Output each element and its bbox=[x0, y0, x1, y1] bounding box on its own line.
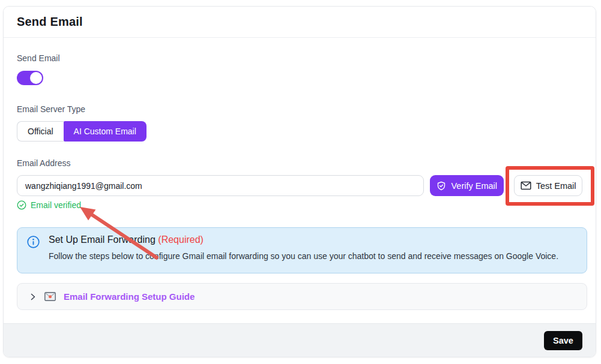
send-email-settings-page: Send Email Send Email Email Server Type … bbox=[0, 0, 601, 364]
save-button[interactable]: Save bbox=[544, 331, 582, 350]
email-emoji-icon bbox=[44, 292, 56, 301]
guide-expander-label: Email Forwarding Setup Guide bbox=[64, 291, 195, 302]
server-type-option-official[interactable]: Official bbox=[17, 121, 64, 142]
email-input-row: Verify Email Test Email bbox=[17, 175, 582, 196]
info-box-description: Follow the steps below to configure Gmai… bbox=[49, 251, 558, 262]
server-type-segmented-control: Official AI Custom Email bbox=[17, 121, 146, 142]
email-address-label: Email Address bbox=[17, 158, 582, 168]
send-email-toggle[interactable] bbox=[17, 71, 43, 85]
card-header: Send Email bbox=[4, 7, 596, 38]
info-box-content: Set Up Email Forwarding (Required) Follo… bbox=[49, 234, 558, 266]
test-email-button[interactable]: Test Email bbox=[514, 175, 582, 196]
send-email-toggle-label: Send Email bbox=[17, 53, 582, 63]
shield-check-icon bbox=[436, 181, 446, 191]
server-type-label: Email Server Type bbox=[17, 104, 582, 114]
page-title: Send Email bbox=[17, 15, 83, 29]
server-type-option-ai-custom-email[interactable]: AI Custom Email bbox=[64, 121, 146, 142]
check-circle-icon bbox=[17, 200, 26, 210]
send-email-card: Send Email Send Email Email Server Type … bbox=[3, 6, 596, 357]
email-verified-text: Email verified bbox=[31, 200, 81, 210]
toggle-knob bbox=[30, 72, 42, 84]
chevron-right-icon bbox=[29, 293, 37, 301]
test-email-button-label: Test Email bbox=[536, 181, 576, 191]
info-circle-icon bbox=[27, 234, 40, 266]
info-box-title: Set Up Email Forwarding bbox=[49, 234, 158, 245]
info-box-title-line: Set Up Email Forwarding (Required) bbox=[49, 234, 558, 245]
email-forwarding-guide-expander[interactable]: Email Forwarding Setup Guide bbox=[17, 283, 587, 310]
verify-email-button-label: Verify Email bbox=[451, 181, 497, 191]
info-box-required-badge: (Required) bbox=[158, 234, 204, 245]
email-verified-status: Email verified bbox=[17, 200, 582, 210]
mail-icon bbox=[521, 181, 531, 190]
email-address-input[interactable] bbox=[17, 175, 424, 196]
card-footer: Save bbox=[4, 323, 596, 357]
email-forwarding-info-box: Set Up Email Forwarding (Required) Follo… bbox=[17, 227, 587, 273]
card-body: Send Email Email Server Type Official AI… bbox=[4, 38, 596, 323]
verify-email-button[interactable]: Verify Email bbox=[430, 175, 504, 196]
